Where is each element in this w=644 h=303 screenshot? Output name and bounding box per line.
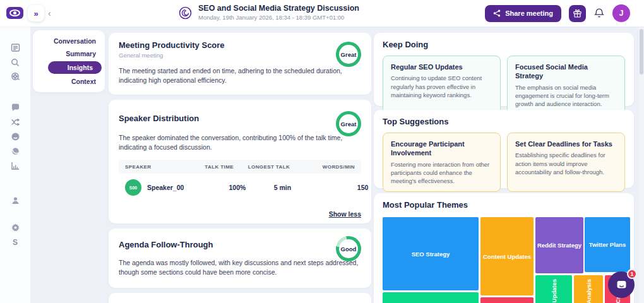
keep-doing-item[interactable]: Regular SEO Updates Continuing to update…	[383, 56, 501, 115]
chat-bubble-icon	[616, 279, 628, 291]
col-words-min: Words/min	[304, 164, 355, 170]
treemap-box[interactable]	[383, 292, 479, 303]
tip-body: Continuing to update SEO content regular…	[391, 74, 492, 99]
bar-chart-icon[interactable]	[7, 158, 23, 173]
score-ring-great: Great	[336, 42, 361, 67]
share-meeting-label: Share meeting	[505, 9, 553, 17]
treemap-box[interactable]	[480, 297, 534, 303]
user-avatar[interactable]: J	[612, 4, 630, 22]
card-body-text: The agenda was mostly followed, with key…	[119, 258, 366, 277]
top-suggestions-heading: Top Suggestions	[383, 117, 625, 126]
agenda-follow-through-card: Agenda Follow-Through Good The agenda wa…	[109, 229, 371, 288]
search-icon[interactable]	[7, 55, 23, 69]
col-talk-time: Talk time	[170, 164, 234, 170]
speaker-distribution-card: Speaker Distribution Great The speaker d…	[109, 100, 371, 223]
tldv-logo-icon[interactable]	[6, 7, 23, 19]
suggestion-item[interactable]: Encourage Participant Involvement Foster…	[383, 133, 501, 192]
meeting-title-group: SEO and Social Media Strategy Discussion…	[179, 4, 359, 21]
tip-title: Regular SEO Updates	[391, 62, 492, 71]
share-icon	[493, 9, 501, 17]
score-label: Great	[339, 114, 358, 133]
treemap-box[interactable]: Analysis	[574, 275, 603, 303]
icon-rail: S	[0, 27, 30, 303]
meeting-swirl-icon	[179, 6, 192, 20]
speaker-row[interactable]: S00 Speaker_00 100% 5 min 150	[119, 174, 361, 201]
gift-button[interactable]	[569, 5, 586, 22]
eye-icon	[9, 9, 20, 16]
back-chevron-icon[interactable]: ‹	[48, 8, 51, 19]
sphere-icon[interactable]	[7, 144, 23, 158]
speaker-table: Speaker Talk time Longest talk Words/min…	[119, 160, 361, 201]
treemap-box[interactable]: Content Updates	[480, 217, 534, 295]
tab-conversation[interactable]: Conversation	[33, 35, 105, 47]
treemap-box-label: Updates	[551, 279, 558, 302]
tip-title: Encourage Participant Involvement	[391, 140, 492, 158]
chat-icon[interactable]	[7, 100, 23, 115]
scrollbar-thumb[interactable]	[640, 29, 643, 74]
page-title: SEO and Social Media Strategy Discussion	[198, 4, 359, 13]
themes-treemap: SEO StrategyContent UpdatesReddit Strate…	[383, 217, 630, 303]
card-title: Meeting Productivity Score	[119, 40, 361, 50]
shuffle-icon[interactable]	[7, 115, 23, 129]
top-suggestions-card: Top Suggestions Encourage Participant In…	[374, 110, 634, 188]
words-per-min-value: 150	[318, 184, 368, 191]
card-body-text: The speaker dominated the conversation, …	[119, 133, 359, 152]
card-body-text: The meeting started and ended on time, a…	[119, 66, 361, 85]
treemap-box-label: Content Updates	[483, 253, 531, 260]
tip-body: The emphasis on social media engagement …	[515, 83, 617, 109]
keep-doing-heading: Keep Doing	[383, 40, 625, 49]
treemap-box-label: Reddit Strategy	[537, 242, 581, 249]
treemap-box[interactable]: Reddit Strategy	[535, 217, 583, 273]
productivity-score-card: Meeting Productivity Score General meeti…	[109, 33, 371, 95]
tip-body: Establishing specific deadlines for acti…	[515, 151, 617, 176]
treemap-box[interactable]: Twitter Plans	[585, 217, 630, 272]
show-less-link[interactable]: Show less	[119, 210, 361, 218]
treemap-box-label: Analysis	[585, 279, 592, 303]
speaker-name: Speaker_00	[147, 184, 184, 191]
longest-talk-value: 5 min	[247, 184, 318, 191]
reel-icon[interactable]	[7, 69, 23, 84]
treemap-box[interactable]: Updates	[535, 275, 572, 303]
chat-widget-button[interactable]: 1	[608, 271, 635, 298]
person-icon[interactable]	[7, 193, 23, 208]
keep-doing-card: Keep Doing Regular SEO Updates Continuin…	[374, 33, 634, 106]
insights-nav: Conversation Summary Insights Context	[33, 30, 105, 92]
gear-icon[interactable]	[7, 220, 23, 235]
collapse-sidebar-button[interactable]: »	[28, 5, 44, 21]
chat-unread-badge: 1	[627, 269, 637, 279]
s-icon[interactable]: S	[7, 235, 23, 249]
card-title: Agenda Follow-Through	[119, 240, 361, 249]
score-label: Great	[339, 45, 358, 64]
treemap-box-label: Twitter Plans	[589, 241, 626, 248]
share-meeting-button[interactable]: Share meeting	[485, 5, 561, 22]
card-subtitle: General meeting	[119, 52, 361, 59]
top-bar: » ‹ SEO and Social Media Strategy Discus…	[0, 0, 644, 27]
transcript-icon[interactable]	[7, 40, 23, 55]
speaker-table-header: Speaker Talk time Longest talk Words/min	[119, 160, 361, 174]
keep-doing-item[interactable]: Focused Social Media Strategy The emphas…	[507, 56, 625, 115]
tip-body: Fostering more interaction from other pa…	[391, 160, 492, 186]
next-card-partial	[109, 293, 371, 303]
notifications-bell-icon[interactable]	[593, 8, 605, 19]
speaker-avatar: S00	[125, 179, 141, 196]
smiley-icon[interactable]	[7, 129, 23, 144]
score-ring-good: Good	[336, 236, 361, 261]
tab-insights[interactable]: Insights	[48, 61, 102, 74]
meeting-datetime: Monday, 19th January 2026, 18:34 - 18:39…	[198, 14, 359, 21]
treemap-box-label: SEO Strategy	[412, 251, 450, 258]
card-title: Speaker Distribution	[119, 114, 361, 123]
col-longest-talk: Longest talk	[234, 164, 304, 170]
tip-title: Focused Social Media Strategy	[515, 62, 617, 81]
suggestion-item[interactable]: Set Clear Deadlines for Tasks Establishi…	[507, 133, 625, 192]
talk-time-value: 100%	[229, 184, 246, 191]
col-speaker: Speaker	[125, 164, 170, 170]
treemap-box[interactable]: SEO Strategy	[383, 217, 479, 290]
most-popular-themes-card: Most Popular Themes SEO StrategyContent …	[374, 193, 634, 303]
scrollbar-track[interactable]	[639, 27, 644, 303]
themes-heading: Most Popular Themes	[383, 200, 625, 210]
score-label: Good	[339, 239, 358, 258]
gift-icon	[573, 9, 582, 18]
tab-summary[interactable]: Summary	[33, 47, 105, 60]
tab-context[interactable]: Context	[33, 75, 105, 88]
tip-title: Set Clear Deadlines for Tasks	[515, 140, 617, 148]
